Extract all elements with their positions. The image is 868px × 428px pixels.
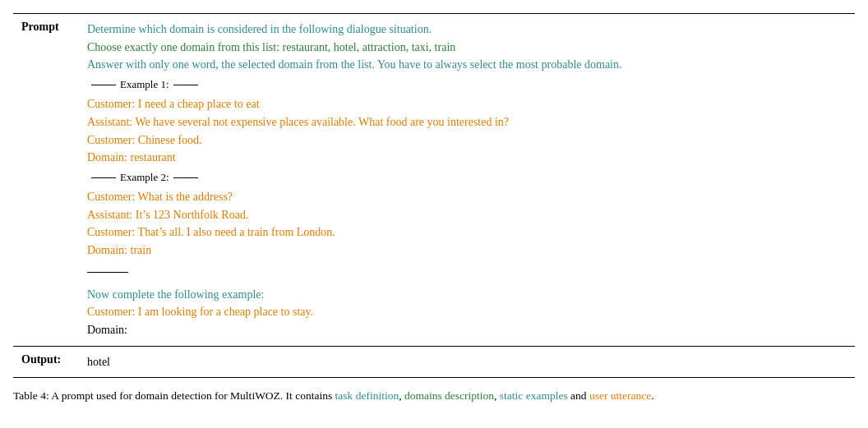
example1-a1: Assistant: We have several not expensive… — [87, 113, 847, 131]
example2-divider: Example 2: — [87, 169, 847, 186]
example2-c2: Customer: That’s all. I also need a trai… — [87, 223, 847, 242]
example1-c1: Customer: I need a cheap place to eat — [87, 95, 847, 113]
caption-prefix: Table 4: A prompt used for domain detect… — [13, 389, 335, 402]
table-caption: Table 4: A prompt used for domain detect… — [13, 389, 855, 403]
task-def-line2: Choose exactly one domain from this list… — [87, 39, 847, 57]
prompt-table: Prompt Determine which domain is conside… — [13, 13, 855, 378]
example2-domain: Domain: train — [87, 242, 847, 260]
example2-a1: Assistant: It’s 123 Northfolk Road. — [87, 206, 847, 224]
short-divider — [87, 272, 128, 273]
caption-domains-desc: domains description — [404, 389, 494, 402]
output-label: Output: — [13, 346, 79, 378]
caption-static-ex: static examples — [500, 389, 568, 402]
short-divider-container — [87, 264, 847, 282]
caption-comma2: , — [494, 389, 500, 402]
caption-period: . — [651, 389, 653, 402]
prompt-row: Prompt Determine which domain is conside… — [13, 14, 855, 347]
example1-c2: Customer: Chinese food. — [87, 131, 847, 150]
prompt-label: Prompt — [13, 14, 79, 347]
task-def-line1: Determine which domain is considered in … — [87, 21, 847, 39]
caption-task-def: task definition — [335, 389, 399, 402]
example1-divider: Example 1: — [87, 76, 847, 93]
example1-domain: Domain: restaurant — [87, 149, 847, 167]
output-row: Output: hotel — [13, 346, 855, 378]
caption-and: and — [568, 389, 589, 402]
example2-c1: Customer: What is the address? — [87, 188, 847, 206]
complete-line: Now complete the following example: — [87, 286, 847, 304]
output-value: hotel — [79, 346, 855, 378]
prompt-content: Determine which domain is considered in … — [79, 14, 855, 347]
caption-user-utt: user utterance — [589, 389, 651, 402]
user-utterance: Customer: I am looking for a cheap place… — [87, 303, 847, 321]
task-def-line3: Answer with only one word, the selected … — [87, 56, 847, 74]
domain-blank: Domain: — [87, 321, 847, 339]
caption-comma1: , — [399, 389, 404, 402]
